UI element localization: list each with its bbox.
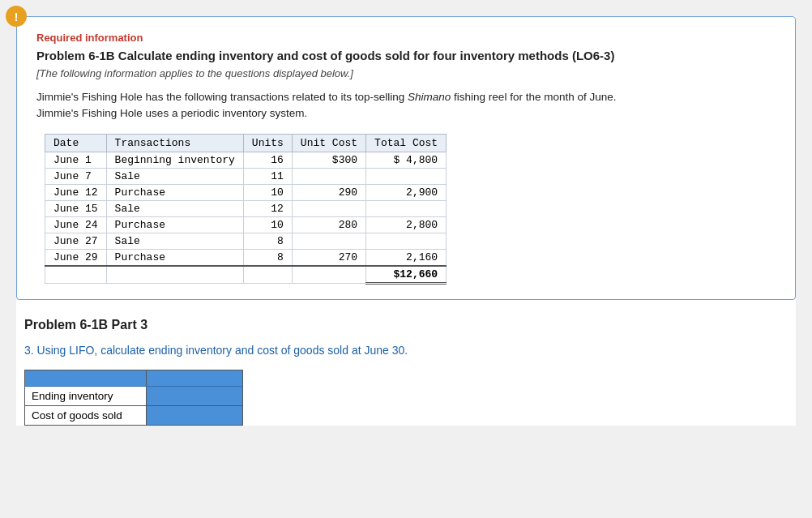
col-header-date: Date [45, 134, 107, 152]
answer-header-label [25, 370, 147, 386]
cell-unit-cost [292, 168, 365, 184]
answer-row: Ending inventory [25, 386, 243, 405]
table-row: June 24Purchase102802,800 [45, 216, 447, 233]
answer-header-value [146, 370, 242, 386]
cell-total-cost [366, 168, 447, 184]
cell-unit-cost: 290 [292, 184, 365, 200]
col-header-unit-cost: Unit Cost [292, 134, 365, 152]
cell-units: 8 [243, 249, 292, 266]
cell-unit-cost: 270 [292, 249, 365, 266]
cell-date: June 12 [45, 184, 107, 200]
cell-units: 10 [243, 184, 292, 200]
problem-title: Problem 6-1B Calculate ending inventory … [36, 49, 776, 62]
table-row: June 29Purchase82702,160 [45, 249, 447, 266]
cell-grand-total: $12,660 [366, 266, 447, 284]
alert-icon: ! [6, 6, 27, 27]
table-row: June 27Sale8 [45, 233, 447, 249]
cell-transaction: Sale [106, 233, 243, 249]
answer-row: Cost of goods sold [25, 405, 243, 425]
cell-unit-cost: 280 [292, 216, 365, 233]
cell-total-cost: 2,800 [366, 216, 447, 233]
cell-total-cost: $ 4,800 [366, 152, 447, 168]
cell-date: June 27 [45, 233, 107, 249]
cell-transaction: Purchase [106, 216, 243, 233]
cell-units: 11 [243, 168, 292, 184]
cell-transaction: Sale [106, 168, 243, 184]
cell-units: 8 [243, 233, 292, 249]
cell-total-cost: 2,900 [366, 184, 447, 200]
cell-date: June 24 [45, 216, 107, 233]
ending-inventory-input[interactable] [146, 386, 242, 405]
part3-section: Problem 6-1B Part 3 3. Using LIFO, calcu… [16, 318, 796, 426]
part3-instruction: 3. Using LIFO, calculate ending inventor… [24, 344, 788, 357]
table-row: June 1Beginning inventory16$300$ 4,800 [45, 152, 447, 168]
table-total-row: $12,660 [45, 266, 447, 284]
table-row: June 15Sale12 [45, 200, 447, 216]
cost-of-goods-sold-label: Cost of goods sold [25, 405, 147, 425]
cell-date: June 1 [45, 152, 107, 168]
cell-unit-cost [292, 233, 365, 249]
transaction-table: Date Transactions Units Unit Cost Total … [45, 134, 447, 285]
cell-transaction: Sale [106, 200, 243, 216]
cell-transaction: Beginning inventory [106, 152, 243, 168]
cell-date: June 29 [45, 249, 107, 266]
cell-total-cost: 2,160 [366, 249, 447, 266]
cell-unit-cost [292, 200, 365, 216]
col-header-total-cost: Total Cost [366, 134, 447, 152]
col-header-transactions: Transactions [106, 134, 243, 152]
part3-title: Problem 6-1B Part 3 [24, 318, 788, 332]
cell-transaction: Purchase [106, 184, 243, 200]
required-label: Required information [36, 32, 776, 44]
col-header-units: Units [243, 134, 292, 152]
cost-of-goods-sold-input[interactable] [146, 405, 242, 425]
cell-date: June 7 [45, 168, 107, 184]
table-row: June 7Sale11 [45, 168, 447, 184]
applies-text: [The following information applies to th… [36, 67, 776, 79]
description-text: Jimmie's Fishing Hole has the following … [36, 89, 776, 122]
cell-total-cost [366, 200, 447, 216]
cell-units: 16 [243, 152, 292, 168]
table-row: June 12Purchase102902,900 [45, 184, 447, 200]
answer-table: Ending inventoryCost of goods sold [24, 370, 243, 426]
cell-total-cost [366, 233, 447, 249]
cell-unit-cost: $300 [292, 152, 365, 168]
required-info-box: ! Required information Problem 6-1B Calc… [16, 16, 796, 300]
cell-date: June 15 [45, 200, 107, 216]
cell-transaction: Purchase [106, 249, 243, 266]
cell-units: 12 [243, 200, 292, 216]
ending-inventory-label: Ending inventory [25, 386, 147, 405]
cell-units: 10 [243, 216, 292, 233]
